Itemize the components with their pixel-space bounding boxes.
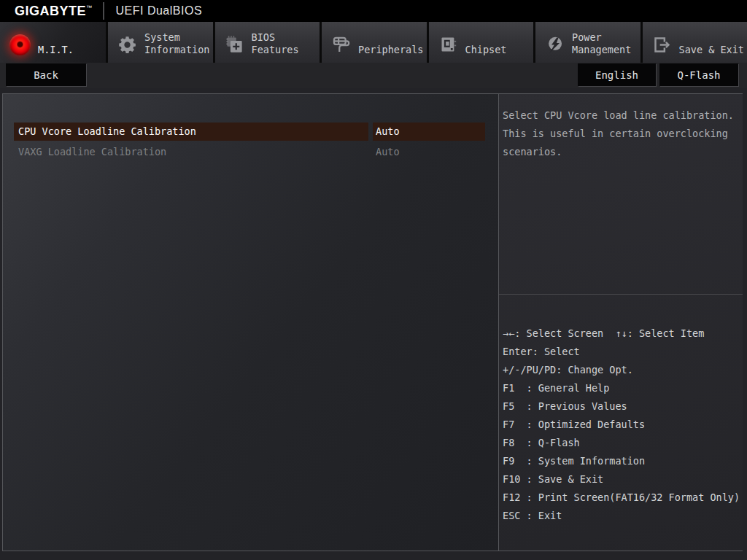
chipset-icon	[438, 35, 458, 55]
tab-label: Information	[144, 44, 209, 56]
tab-bar: M.I.T. System Information BIOS Features	[0, 22, 747, 63]
setting-value[interactable]: Auto	[373, 122, 485, 141]
key-hint: F9 : System Information	[503, 452, 740, 470]
title-bar: GIGABYTE™ UEFI DualBIOS	[0, 0, 747, 22]
tab-label: Chipset	[465, 44, 507, 56]
tab-label: Power	[572, 31, 631, 44]
language-button[interactable]: English	[578, 63, 656, 86]
info-pane: Select CPU Vcore load line calibration. …	[498, 94, 743, 551]
key-hint: F5 : Previous Values	[503, 397, 740, 416]
key-hint: F1 : General Help	[503, 379, 740, 397]
settings-pane: CPU Vcore Loadline Calibration Auto VAXG…	[3, 94, 498, 551]
key-hint: F7 : Optimized Defaults	[503, 416, 740, 434]
exit-icon	[652, 35, 672, 55]
setting-label: CPU Vcore Loadline Calibration	[14, 122, 368, 141]
chip-plus-icon	[225, 35, 244, 55]
tab-label: M.I.T.	[38, 44, 74, 56]
back-button[interactable]: Back	[6, 63, 86, 86]
trademark: ™	[86, 4, 93, 11]
qflash-button[interactable]: Q-Flash	[659, 63, 738, 86]
key-hint: →←: Select Screen ↑↓: Select Item	[503, 324, 740, 343]
tab-power-management[interactable]: Power Management	[535, 22, 640, 63]
gear-icon	[117, 35, 137, 55]
tab-label: Save & Exit	[679, 44, 744, 56]
row-vaxg-loadline-calibration[interactable]: VAXG Loadline Calibration Auto	[14, 143, 498, 161]
tab-label: System	[144, 31, 209, 44]
key-hint: +/-/PU/PD: Change Opt.	[503, 361, 740, 379]
tab-label: BIOS	[252, 31, 299, 44]
lightning-icon	[545, 35, 565, 55]
help-line: scenarios.	[503, 143, 738, 161]
key-hint: Enter: Select	[503, 343, 740, 361]
key-hint: ESC : Exit	[503, 507, 740, 525]
setting-value[interactable]: Auto	[373, 143, 485, 161]
secondary-bar: Back English Q-Flash	[0, 63, 747, 88]
tab-label: Peripherals	[358, 44, 423, 56]
tab-save-exit[interactable]: Save & Exit	[643, 22, 747, 63]
key-hint: F8 : Q-Flash	[503, 434, 740, 452]
key-hint: F12 : Print Screen(FAT16/32 Format Only)	[503, 489, 740, 507]
tab-label: Features	[252, 44, 299, 56]
gigabyte-logo: GIGABYTE™	[15, 4, 93, 19]
tab-peripherals[interactable]: Peripherals	[322, 22, 427, 63]
help-line: This is useful in certain overclocking	[503, 125, 738, 143]
tab-bios-features[interactable]: BIOS Features	[215, 22, 320, 63]
divider	[103, 2, 104, 20]
tab-system-information[interactable]: System Information	[108, 22, 213, 63]
red-dot-icon	[9, 34, 31, 55]
tab-label: Management	[572, 44, 631, 56]
key-legend: →←: Select Screen ↑↓: Select Item Enter:…	[499, 295, 743, 551]
firmware-title: UEFI DualBIOS	[116, 4, 203, 18]
bios-screen: GIGABYTE™ UEFI DualBIOS M.I.T. System In…	[0, 0, 747, 560]
tab-chipset[interactable]: Chipset	[429, 22, 534, 63]
mouse-icon	[331, 35, 351, 55]
key-hint: F10 : Save & Exit	[503, 470, 740, 489]
row-cpu-vcore-loadline-calibration[interactable]: CPU Vcore Loadline Calibration Auto	[14, 122, 498, 141]
help-line: Select CPU Vcore load line calibration.	[503, 106, 738, 125]
content-panels: CPU Vcore Loadline Calibration Auto VAXG…	[2, 93, 743, 551]
help-text: Select CPU Vcore load line calibration. …	[499, 94, 743, 295]
setting-label: VAXG Loadline Calibration	[14, 143, 368, 161]
settings-list: CPU Vcore Loadline Calibration Auto VAXG…	[3, 94, 498, 161]
tab-mit[interactable]: M.I.T.	[0, 22, 106, 63]
